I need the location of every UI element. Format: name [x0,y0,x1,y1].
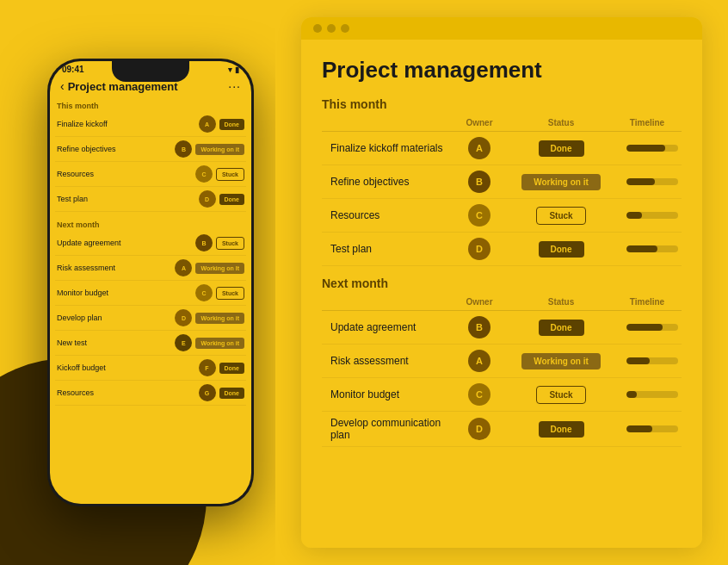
row-status: Working on it [509,174,613,190]
task-name: Test plan [322,243,449,255]
list-item: Risk assessment A Working on It [55,256,246,281]
status-badge: Stuck [216,237,244,250]
avatar: C [468,383,490,406]
table-header-this-month: Owner Status Timeline [322,115,682,132]
phone-mockup: 09:41 ▾ ▮ ‹ Project management ··· This … [0,0,275,565]
row-owner: C [449,383,509,406]
phone-status-icons: ▾ ▮ [228,65,239,74]
window-body: Project management This month Owner Stat… [301,40,702,548]
col-owner: Owner [449,118,509,127]
timeline-fill [626,391,637,398]
col-task [322,118,449,127]
status-badge: Working on it [195,338,244,349]
row-owner: D [449,418,509,440]
window-dot-yellow [327,24,336,33]
status-badge: Done [219,119,245,130]
row-status: Done [509,140,613,157]
timeline-fill [626,324,663,331]
task-name: Monitor budget [57,289,192,297]
phone-section-this-month: This month [55,98,246,112]
avatar: C [195,284,213,301]
status-badge: Working on it [521,174,601,190]
col-status: Status [509,118,613,127]
status-badge: Working on It [195,263,244,274]
task-name: Refine objectives [322,176,449,188]
avatar: B [468,316,490,338]
task-name: Develop communication plan [322,417,449,441]
avatar: G [199,384,216,401]
row-owner: C [449,204,509,227]
timeline-bar [626,391,678,398]
wifi-icon: ▾ [228,65,232,74]
avatar: C [195,165,213,183]
list-item: Monitor budget C Stuck [55,281,246,306]
task-name: New test [57,338,171,347]
row-timeline [613,212,682,219]
timeline-fill [626,145,665,152]
task-name: Kickoff budget [57,363,195,372]
task-name: Finalize kickoff [57,120,195,128]
status-badge: Stuck [216,168,244,181]
timeline-bar [626,425,678,432]
list-item: New test E Working on it [55,331,246,356]
table-row: Finalize kickoff materials A Done [322,132,682,165]
timeline-fill [626,357,650,364]
status-badge: Done [219,388,245,399]
timeline-fill [626,212,642,219]
phone-content: This month Finalize kickoff A Done Refin… [50,98,251,504]
row-timeline [613,391,682,398]
timeline-bar [626,245,678,252]
table-row: Test plan D Done [322,233,682,266]
phone-time: 09:41 [62,65,84,74]
task-name: Refine objectives [57,145,171,153]
window-titlebar [301,17,702,40]
avatar: A [468,350,490,372]
row-owner: A [449,350,509,372]
phone-frame: 09:41 ▾ ▮ ‹ Project management ··· This … [47,59,254,506]
table-row: Develop communication plan D Done [322,412,682,447]
avatar: B [175,140,192,158]
task-name: Resources [57,388,195,397]
window-dot-green [341,24,349,33]
row-status: Done [509,421,613,438]
timeline-fill [626,178,655,185]
col-timeline: Timeline [613,297,682,307]
status-badge: Working on it [521,353,601,369]
col-status: Status [509,297,613,307]
row-timeline [613,357,682,364]
timeline-fill [626,245,657,252]
table-header-next-month: Owner Status Timeline [322,294,682,311]
avatar: C [468,204,490,227]
timeline-fill [626,425,652,432]
status-badge: Done [539,421,584,438]
row-timeline [613,245,682,252]
table-row: Refine objectives B Working on it [322,165,682,199]
timeline-bar [626,178,678,185]
task-name: Update agreement [57,239,192,247]
status-badge: Working on it [195,313,244,324]
task-name: Risk assessment [322,355,449,367]
row-owner: D [449,238,509,260]
row-status: Stuck [509,207,613,225]
more-options-icon[interactable]: ··· [228,79,241,93]
section-this-month-label: This month [322,97,682,111]
timeline-bar [626,145,678,152]
table-row: Risk assessment A Working on it [322,345,682,378]
row-status: Stuck [509,386,613,404]
status-badge: Done [219,363,245,374]
status-badge: Stuck [216,287,244,300]
phone-section-next-month: Next month [55,217,246,231]
avatar: D [468,238,490,260]
list-item: Resources C Stuck [55,162,246,187]
list-item: Resources G Done [55,381,246,406]
back-icon[interactable]: ‹ [60,79,65,93]
status-badge: Done [539,140,584,157]
row-owner: A [449,137,509,159]
status-badge: Stuck [536,207,585,225]
row-timeline [613,324,682,331]
row-timeline [613,145,682,152]
list-item: Finalize kickoff A Done [55,112,246,137]
list-item: Refine objectives B Working on it [55,137,246,162]
list-item: Develop plan D Working on it [55,306,246,331]
status-badge: Stuck [536,386,585,404]
